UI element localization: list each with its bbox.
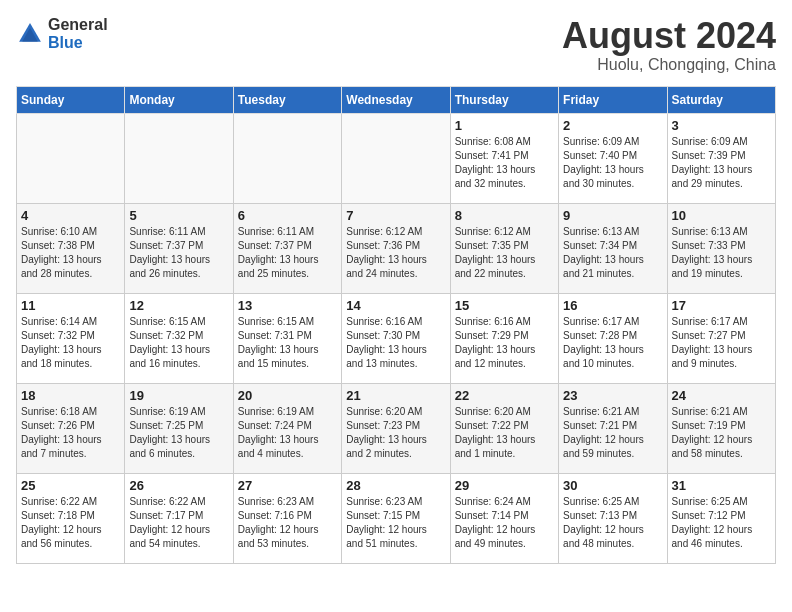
weekday-header-friday: Friday [559,86,667,113]
day-info: Sunrise: 6:11 AM Sunset: 7:37 PM Dayligh… [238,225,337,281]
title-block: August 2024 Huolu, Chongqing, China [562,16,776,74]
day-number: 9 [563,208,662,223]
table-cell: 27Sunrise: 6:23 AM Sunset: 7:16 PM Dayli… [233,473,341,563]
day-number: 18 [21,388,120,403]
table-cell: 17Sunrise: 6:17 AM Sunset: 7:27 PM Dayli… [667,293,775,383]
day-number: 21 [346,388,445,403]
table-cell: 11Sunrise: 6:14 AM Sunset: 7:32 PM Dayli… [17,293,125,383]
day-info: Sunrise: 6:12 AM Sunset: 7:35 PM Dayligh… [455,225,554,281]
table-cell: 14Sunrise: 6:16 AM Sunset: 7:30 PM Dayli… [342,293,450,383]
day-info: Sunrise: 6:14 AM Sunset: 7:32 PM Dayligh… [21,315,120,371]
day-number: 2 [563,118,662,133]
day-info: Sunrise: 6:12 AM Sunset: 7:36 PM Dayligh… [346,225,445,281]
table-cell: 19Sunrise: 6:19 AM Sunset: 7:25 PM Dayli… [125,383,233,473]
table-cell: 28Sunrise: 6:23 AM Sunset: 7:15 PM Dayli… [342,473,450,563]
table-cell: 26Sunrise: 6:22 AM Sunset: 7:17 PM Dayli… [125,473,233,563]
weekday-header-sunday: Sunday [17,86,125,113]
day-info: Sunrise: 6:25 AM Sunset: 7:13 PM Dayligh… [563,495,662,551]
day-info: Sunrise: 6:13 AM Sunset: 7:33 PM Dayligh… [672,225,771,281]
day-info: Sunrise: 6:10 AM Sunset: 7:38 PM Dayligh… [21,225,120,281]
day-info: Sunrise: 6:20 AM Sunset: 7:23 PM Dayligh… [346,405,445,461]
table-cell: 9Sunrise: 6:13 AM Sunset: 7:34 PM Daylig… [559,203,667,293]
table-cell: 1Sunrise: 6:08 AM Sunset: 7:41 PM Daylig… [450,113,558,203]
day-number: 25 [21,478,120,493]
table-cell: 25Sunrise: 6:22 AM Sunset: 7:18 PM Dayli… [17,473,125,563]
day-info: Sunrise: 6:25 AM Sunset: 7:12 PM Dayligh… [672,495,771,551]
day-info: Sunrise: 6:11 AM Sunset: 7:37 PM Dayligh… [129,225,228,281]
day-info: Sunrise: 6:15 AM Sunset: 7:32 PM Dayligh… [129,315,228,371]
day-info: Sunrise: 6:08 AM Sunset: 7:41 PM Dayligh… [455,135,554,191]
table-cell: 3Sunrise: 6:09 AM Sunset: 7:39 PM Daylig… [667,113,775,203]
table-cell [17,113,125,203]
location: Huolu, Chongqing, China [562,56,776,74]
day-info: Sunrise: 6:20 AM Sunset: 7:22 PM Dayligh… [455,405,554,461]
day-info: Sunrise: 6:09 AM Sunset: 7:40 PM Dayligh… [563,135,662,191]
day-info: Sunrise: 6:18 AM Sunset: 7:26 PM Dayligh… [21,405,120,461]
table-cell: 13Sunrise: 6:15 AM Sunset: 7:31 PM Dayli… [233,293,341,383]
day-info: Sunrise: 6:15 AM Sunset: 7:31 PM Dayligh… [238,315,337,371]
table-cell: 30Sunrise: 6:25 AM Sunset: 7:13 PM Dayli… [559,473,667,563]
day-number: 30 [563,478,662,493]
day-number: 15 [455,298,554,313]
day-info: Sunrise: 6:19 AM Sunset: 7:24 PM Dayligh… [238,405,337,461]
day-number: 11 [21,298,120,313]
table-cell [125,113,233,203]
table-cell: 4Sunrise: 6:10 AM Sunset: 7:38 PM Daylig… [17,203,125,293]
weekday-header-row: SundayMondayTuesdayWednesdayThursdayFrid… [17,86,776,113]
day-number: 12 [129,298,228,313]
day-number: 3 [672,118,771,133]
day-number: 28 [346,478,445,493]
table-cell [233,113,341,203]
day-info: Sunrise: 6:21 AM Sunset: 7:21 PM Dayligh… [563,405,662,461]
day-info: Sunrise: 6:22 AM Sunset: 7:18 PM Dayligh… [21,495,120,551]
logo-icon [16,20,44,48]
day-number: 26 [129,478,228,493]
day-number: 29 [455,478,554,493]
table-cell: 22Sunrise: 6:20 AM Sunset: 7:22 PM Dayli… [450,383,558,473]
table-cell: 24Sunrise: 6:21 AM Sunset: 7:19 PM Dayli… [667,383,775,473]
page-header: General Blue August 2024 Huolu, Chongqin… [16,16,776,74]
day-info: Sunrise: 6:13 AM Sunset: 7:34 PM Dayligh… [563,225,662,281]
day-info: Sunrise: 6:24 AM Sunset: 7:14 PM Dayligh… [455,495,554,551]
day-number: 20 [238,388,337,403]
day-info: Sunrise: 6:17 AM Sunset: 7:28 PM Dayligh… [563,315,662,371]
weekday-header-monday: Monday [125,86,233,113]
table-cell: 10Sunrise: 6:13 AM Sunset: 7:33 PM Dayli… [667,203,775,293]
day-info: Sunrise: 6:23 AM Sunset: 7:15 PM Dayligh… [346,495,445,551]
weekday-header-wednesday: Wednesday [342,86,450,113]
week-row-2: 4Sunrise: 6:10 AM Sunset: 7:38 PM Daylig… [17,203,776,293]
month-year: August 2024 [562,16,776,56]
day-info: Sunrise: 6:16 AM Sunset: 7:30 PM Dayligh… [346,315,445,371]
day-number: 19 [129,388,228,403]
day-number: 22 [455,388,554,403]
week-row-4: 18Sunrise: 6:18 AM Sunset: 7:26 PM Dayli… [17,383,776,473]
table-cell: 2Sunrise: 6:09 AM Sunset: 7:40 PM Daylig… [559,113,667,203]
table-cell: 15Sunrise: 6:16 AM Sunset: 7:29 PM Dayli… [450,293,558,383]
week-row-1: 1Sunrise: 6:08 AM Sunset: 7:41 PM Daylig… [17,113,776,203]
week-row-3: 11Sunrise: 6:14 AM Sunset: 7:32 PM Dayli… [17,293,776,383]
calendar-table: SundayMondayTuesdayWednesdayThursdayFrid… [16,86,776,564]
day-info: Sunrise: 6:22 AM Sunset: 7:17 PM Dayligh… [129,495,228,551]
logo-general: General [48,16,108,34]
table-cell: 31Sunrise: 6:25 AM Sunset: 7:12 PM Dayli… [667,473,775,563]
day-number: 7 [346,208,445,223]
weekday-header-tuesday: Tuesday [233,86,341,113]
day-number: 5 [129,208,228,223]
day-number: 10 [672,208,771,223]
logo: General Blue [16,16,108,51]
table-cell: 5Sunrise: 6:11 AM Sunset: 7:37 PM Daylig… [125,203,233,293]
day-number: 31 [672,478,771,493]
day-number: 14 [346,298,445,313]
table-cell: 18Sunrise: 6:18 AM Sunset: 7:26 PM Dayli… [17,383,125,473]
week-row-5: 25Sunrise: 6:22 AM Sunset: 7:18 PM Dayli… [17,473,776,563]
day-info: Sunrise: 6:19 AM Sunset: 7:25 PM Dayligh… [129,405,228,461]
table-cell: 20Sunrise: 6:19 AM Sunset: 7:24 PM Dayli… [233,383,341,473]
table-cell: 7Sunrise: 6:12 AM Sunset: 7:36 PM Daylig… [342,203,450,293]
day-number: 23 [563,388,662,403]
table-cell: 8Sunrise: 6:12 AM Sunset: 7:35 PM Daylig… [450,203,558,293]
day-number: 8 [455,208,554,223]
day-number: 16 [563,298,662,313]
table-cell: 12Sunrise: 6:15 AM Sunset: 7:32 PM Dayli… [125,293,233,383]
table-cell: 21Sunrise: 6:20 AM Sunset: 7:23 PM Dayli… [342,383,450,473]
day-number: 6 [238,208,337,223]
